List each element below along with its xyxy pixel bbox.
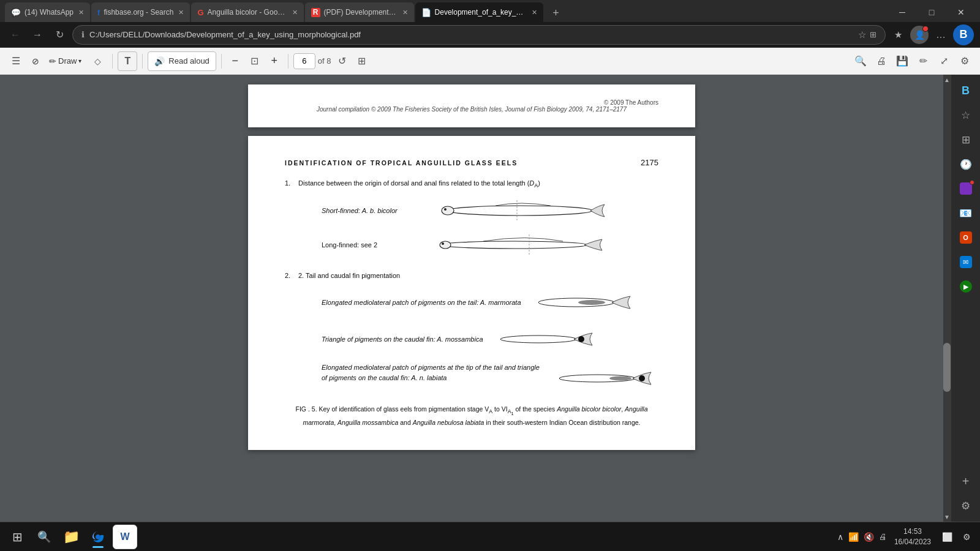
pdf-read-aloud-btn[interactable]: 🔊 Read aloud	[148, 51, 216, 71]
taskbar-printer-icon[interactable]: 🖨	[879, 532, 887, 541]
tab-google[interactable]: G Anguilla bicolor - Google ... ✕	[191, 2, 303, 22]
taskbar-chevron-icon[interactable]: ∧	[837, 532, 843, 542]
tab-pdf-active-close[interactable]: ✕	[532, 9, 537, 17]
fig-caption-to: to VI	[494, 405, 508, 413]
svg-point-11	[578, 336, 584, 342]
pdf-tool-draw[interactable]: ✏ Draw ▾	[45, 51, 85, 71]
sidebar-games[interactable]: ▶	[955, 276, 977, 298]
page-section-title: IDENTIFICATION OF TROPICAL ANGUILLID GLA…	[285, 159, 518, 167]
sidebar-add[interactable]: +	[955, 470, 977, 492]
right-sidebar: B ☆ ⊞ 🕐 📧 O ✉ ▶ + ⚙	[951, 75, 980, 522]
triangle-row: Triangle of pigments on the caudal fin: …	[322, 326, 658, 353]
sidebar-history[interactable]: 🕐	[955, 153, 977, 175]
scrollbar-thumb[interactable]	[943, 343, 951, 392]
tab-pdf-r-close[interactable]: ✕	[402, 9, 408, 17]
taskbar-start[interactable]: ⊞	[5, 525, 29, 549]
pdf-content-area[interactable]: © 2009 The Authors Journal compilation ©…	[0, 75, 943, 522]
pdf-print-btn[interactable]: 🖨	[872, 52, 891, 70]
pdf-zoom-minus[interactable]: −	[227, 53, 244, 70]
new-tab-button[interactable]: +	[547, 4, 565, 22]
taskbar-notifications[interactable]: ⬜	[938, 528, 956, 545]
taskbar-file-explorer[interactable]: 📁	[59, 525, 83, 549]
pdf-page-input[interactable]	[293, 53, 315, 69]
scroll-up-arrow[interactable]: ▲	[943, 75, 951, 84]
tab-google-close[interactable]: ✕	[292, 9, 298, 17]
sidebar-bing[interactable]: B	[955, 80, 977, 102]
taskbar: ⊞ 🔍 📁 W ∧ 📶 🔇 🖨 14:53 16/04/2023 ⬜ ⚙	[0, 522, 980, 551]
pdf-tool-menu[interactable]: ☰	[6, 51, 26, 71]
pdf-zoom-plus[interactable]: +	[266, 53, 283, 70]
address-bar: ← → ↻ ℹ C:/Users/DELL/Downloads/Developm…	[0, 22, 980, 48]
sidebar-bing2[interactable]: ✉	[955, 251, 977, 273]
tab-pdf-active-title: Development_of_a_key_us...	[435, 8, 527, 17]
svg-point-13	[609, 377, 631, 381]
page-top-copyright: © 2009 The Authors	[285, 99, 658, 106]
svg-point-4	[440, 241, 587, 249]
back-button[interactable]: ←	[6, 26, 24, 44]
elongated2-label: Elongated mediolateral patch of pigments…	[322, 362, 542, 383]
pdf-read-aloud-label: Read aloud	[168, 56, 209, 66]
pdf-tool-highlight[interactable]: ⊘	[28, 51, 43, 71]
taskbar-time: 14:53	[903, 527, 922, 537]
tab-fishbase-close[interactable]: ✕	[178, 9, 184, 17]
pdf-zoom-fit[interactable]: ⊡	[246, 53, 263, 70]
pdf-separator-3	[221, 54, 222, 69]
taskbar-search[interactable]: 🔍	[32, 525, 56, 549]
taskbar-edge[interactable]	[86, 525, 110, 549]
pdf-search-btn[interactable]: 🔍	[851, 52, 870, 70]
pdf-spread-btn[interactable]: ⊞	[353, 53, 371, 70]
pdf-save-btn[interactable]: 💾	[893, 52, 911, 70]
refresh-button[interactable]: ↻	[50, 26, 69, 44]
pdf-tool-eraser[interactable]: ◇	[88, 51, 107, 71]
tab-fishbase[interactable]: f fishbase.org - Search ✕	[91, 2, 190, 22]
address-profile-icon[interactable]: 👤	[910, 26, 929, 44]
tab-pdf-r[interactable]: R (PDF) Development of a k... ✕	[305, 2, 414, 22]
address-field[interactable]: ℹ C:/Users/DELL/Downloads/Development_of…	[72, 25, 886, 45]
tab-whatsapp-title: (14) WhatsApp	[24, 8, 74, 17]
item1-num: 1.	[285, 179, 295, 187]
item2-row: 2. 2. Tail and caudal fin pigmentation	[285, 272, 658, 279]
elongated2-image	[554, 365, 658, 392]
address-star-icon[interactable]: ☆	[858, 29, 866, 40]
long-finned-row: Long-finned: see 2	[322, 233, 658, 257]
sidebar-office[interactable]: O	[955, 227, 977, 249]
page-number: 2175	[641, 158, 658, 167]
pdf-annotate-btn[interactable]: ✏	[914, 52, 932, 70]
address-favorites-icon[interactable]: ★	[889, 26, 907, 43]
window-close[interactable]: ✕	[947, 2, 975, 22]
tab-whatsapp[interactable]: 💬 (14) WhatsApp ✕	[5, 2, 90, 22]
window-minimize[interactable]: ─	[888, 2, 916, 22]
taskbar-datetime[interactable]: 14:53 16/04/2023	[889, 527, 936, 547]
scroll-down-arrow[interactable]: ▼	[943, 512, 951, 522]
pdf-separator-1	[112, 54, 113, 69]
triangle-image	[496, 326, 600, 353]
sidebar-collections[interactable]: ⊞	[955, 129, 977, 151]
sidebar-favorites[interactable]: ☆	[955, 104, 977, 126]
sidebar-ext1[interactable]	[955, 178, 977, 200]
tab-pdf-active[interactable]: 📄 Development_of_a_key_us... ✕	[415, 2, 543, 22]
taskbar-volume-icon[interactable]: 🔇	[864, 532, 874, 542]
figure-caption: FIG . 5. Key of identification of glass …	[285, 404, 658, 427]
pdf-separator-4	[288, 54, 288, 69]
svg-point-14	[639, 375, 645, 381]
pdf-fullscreen-btn[interactable]: ⤢	[935, 52, 953, 70]
address-more-icon[interactable]: …	[932, 26, 949, 43]
taskbar-settings-gear[interactable]: ⚙	[958, 528, 975, 545]
elongated-row: Elongated mediolateral patch of pigments…	[322, 289, 658, 316]
svg-point-6	[442, 242, 444, 245]
sidebar-settings[interactable]: ⚙	[955, 495, 977, 517]
taskbar-word[interactable]: W	[113, 525, 137, 549]
pdf-tool-text[interactable]: T	[118, 51, 137, 71]
address-collections-icon[interactable]: ⊞	[870, 30, 876, 39]
scrollbar-track[interactable]: ▲ ▼	[943, 75, 951, 522]
bing-sidebar-toggle[interactable]: B	[953, 24, 974, 45]
pdf-rotate-btn[interactable]: ↺	[334, 53, 351, 70]
taskbar-wifi-icon[interactable]: 📶	[848, 532, 859, 542]
forward-button[interactable]: →	[28, 26, 47, 44]
pdf-settings-btn[interactable]: ⚙	[956, 52, 974, 70]
window-maximize[interactable]: □	[918, 2, 946, 22]
tab-whatsapp-close[interactable]: ✕	[78, 9, 84, 17]
svg-point-9	[578, 300, 605, 305]
sidebar-outlook[interactable]: 📧	[955, 202, 977, 224]
svg-point-0	[448, 206, 592, 216]
